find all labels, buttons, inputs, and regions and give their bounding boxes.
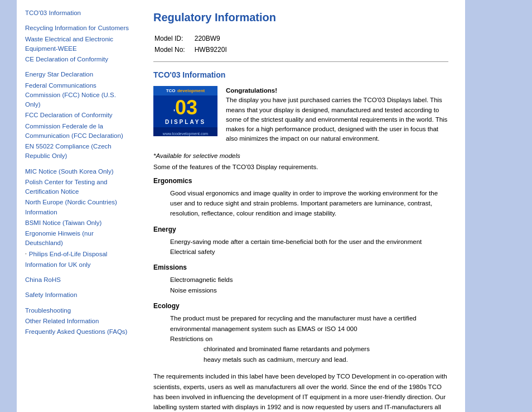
energy-item1: Energy-saving mode after a certain time-… bbox=[170, 237, 448, 247]
ergonomics-text: Good visual ergonomics and image quality… bbox=[170, 188, 448, 219]
emissions-title: Emissions bbox=[153, 264, 448, 271]
sidebar-item-safety[interactable]: Safety Information bbox=[25, 290, 131, 300]
sidebar: TCO'03 Information Recycling Information… bbox=[17, 0, 137, 412]
selective-models-note: *Available for selective models bbox=[153, 152, 448, 159]
sidebar-item-commission-federale[interactable]: Commission Federale de la Communication … bbox=[25, 122, 131, 141]
ecology-subitems: chlorinated and brominated flame retarda… bbox=[204, 344, 448, 365]
page-title: Regulatory Information bbox=[153, 11, 448, 24]
model-id-label: Model ID: bbox=[154, 33, 194, 44]
tco-logo: TCO development ' 03 DISPLAYS www.tcodev… bbox=[153, 86, 217, 136]
ecology-title: Ecology bbox=[153, 302, 448, 310]
tco-section-title: TCO'03 Information bbox=[153, 70, 448, 79]
sidebar-item-weee[interactable]: Waste Electrical and Electronic Equipmen… bbox=[25, 35, 131, 54]
emissions-item2: Noise emissions bbox=[170, 285, 448, 295]
bullet-icon: · bbox=[25, 251, 27, 257]
ergonomics-title: Ergonomics bbox=[153, 177, 448, 185]
congratulations-text: The display you have just purchased carr… bbox=[226, 95, 448, 143]
sidebar-item-polish[interactable]: Polish Center for Testing and Certificat… bbox=[25, 178, 131, 197]
right-panel bbox=[465, 0, 532, 412]
emissions-items: Electromagnetic fields Noise emissions bbox=[170, 275, 448, 295]
sidebar-item-troubleshooting[interactable]: Troubleshooting bbox=[25, 306, 131, 315]
model-no-value: HWB9220I bbox=[195, 45, 235, 55]
left-panel bbox=[0, 0, 17, 412]
tco-info-box: TCO development ' 03 DISPLAYS www.tcodev… bbox=[153, 86, 448, 144]
sidebar-item-mic[interactable]: MIC Notice (South Korea Only) bbox=[25, 167, 131, 176]
model-no-label: Model No: bbox=[154, 45, 194, 55]
ecology-item2a: chlorinated and brominated flame retarda… bbox=[204, 344, 448, 354]
sidebar-item-ergonomie[interactable]: Ergonomie Hinweis (nur Deutschland) bbox=[25, 229, 131, 248]
sidebar-item-end-of-life[interactable]: Philips End-of-Life Disposal bbox=[29, 250, 108, 259]
ecology-item1: The product must be prepared for recycli… bbox=[170, 313, 448, 334]
sidebar-item-end-of-life-container: · Philips End-of-Life Disposal bbox=[25, 250, 131, 260]
sidebar-item-recycling[interactable]: Recycling Information for Customers bbox=[25, 23, 131, 33]
sidebar-item-uk-info[interactable]: Information for UK only bbox=[25, 260, 131, 270]
emissions-item1: Electromagnetic fields bbox=[170, 275, 448, 285]
full-description: The requirements included in this label … bbox=[153, 371, 448, 412]
energy-item2: Electrical safety bbox=[170, 247, 448, 257]
main-container: TCO'03 Information Recycling Information… bbox=[17, 0, 532, 412]
sidebar-item-faqs[interactable]: Frequently Asked Questions (FAQs) bbox=[25, 327, 131, 337]
sidebar-item-fcc-declaration[interactable]: FCC Declaration of Conformity bbox=[25, 111, 131, 120]
sidebar-item-other[interactable]: Other Related Information bbox=[25, 317, 131, 326]
model-info-table: Model ID: 220BW9 Model No: HWB9220I bbox=[153, 32, 236, 56]
congratulations-title: Congratulations! bbox=[226, 87, 277, 94]
sidebar-item-energy-star[interactable]: Energy Star Declaration bbox=[25, 70, 131, 79]
energy-items: Energy-saving mode after a certain time-… bbox=[170, 237, 448, 257]
ecology-item2: Restrictions on bbox=[170, 334, 448, 344]
features-intro: Some of the features of the TCO'03 Displ… bbox=[153, 164, 448, 170]
sidebar-item-fcc-notice[interactable]: Federal Communications Commission (FCC) … bbox=[25, 81, 131, 110]
sidebar-item-tco03[interactable]: TCO'03 Information bbox=[25, 8, 131, 18]
divider bbox=[153, 61, 448, 62]
sidebar-item-bsmi[interactable]: BSMI Notice (Taiwan Only) bbox=[25, 218, 131, 228]
ecology-items: The product must be prepared for recycli… bbox=[170, 313, 448, 365]
model-id-value: 220BW9 bbox=[195, 33, 235, 44]
sidebar-item-ce[interactable]: CE Declaration of Conformity bbox=[25, 55, 131, 64]
energy-title: Energy bbox=[153, 226, 448, 233]
ecology-item2b: heavy metals such as cadmium, mercury an… bbox=[204, 354, 448, 365]
content-area: Regulatory Information Model ID: 220BW9 … bbox=[137, 0, 465, 412]
sidebar-item-en55022[interactable]: EN 55022 Compliance (Czech Republic Only… bbox=[25, 142, 131, 161]
tco-description: Congratulations! The display you have ju… bbox=[226, 86, 448, 144]
sidebar-item-north-europe[interactable]: North Europe (Nordic Countries) Informat… bbox=[25, 198, 131, 217]
sidebar-item-china-rohs[interactable]: China RoHS bbox=[25, 275, 131, 285]
